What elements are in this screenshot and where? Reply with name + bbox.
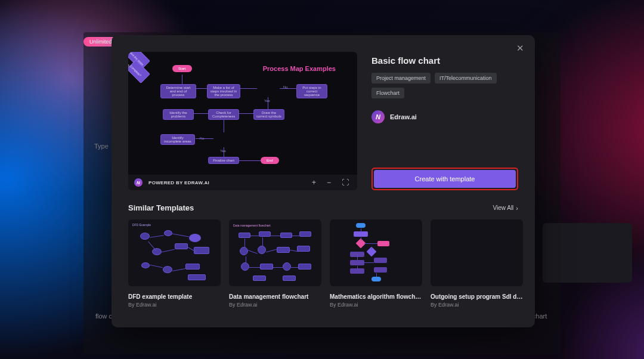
preview-canvas[interactable]: Process Map Examples Start Determine sta… bbox=[128, 52, 357, 175]
similar-card-math[interactable]: Mathematics algorithm flowchart By Edraw… bbox=[330, 219, 422, 308]
template-preview: Process Map Examples Start Determine sta… bbox=[128, 52, 357, 190]
author-row[interactable]: N Edraw.ai bbox=[371, 110, 518, 123]
similar-card-dfd[interactable]: DFD Example DFD example template bbox=[128, 219, 221, 308]
view-all-label: View All bbox=[493, 205, 513, 211]
template-modal: ✕ Process Map Examples Start Determine s… bbox=[112, 35, 535, 327]
flow-node: Determine start and end of process bbox=[160, 84, 196, 98]
tag-project-management[interactable]: Project management bbox=[371, 73, 431, 83]
card-thumb bbox=[431, 219, 523, 286]
flow-node: Draw the correct symbols bbox=[253, 109, 284, 120]
card-author: By Edraw.ai bbox=[229, 302, 321, 308]
flow-node: Identify the problems bbox=[163, 109, 194, 120]
zoom-out-icon[interactable]: − bbox=[324, 178, 333, 187]
flow-node: Finalize chart bbox=[208, 157, 239, 164]
flow-end: End bbox=[261, 157, 279, 164]
tag-it-telecom[interactable]: IT/Telecommunication bbox=[435, 73, 497, 83]
tag-row: Project management IT/Telecommunication … bbox=[371, 73, 518, 98]
card-title: Data management flowchart bbox=[229, 293, 321, 300]
card-author: By Edraw.ai bbox=[330, 302, 422, 308]
view-all-link[interactable]: View All › bbox=[493, 205, 518, 212]
card-thumb bbox=[330, 219, 422, 286]
flow-node: Identify incomplete areas bbox=[160, 134, 195, 145]
flow-label: Yes bbox=[264, 99, 270, 103]
flow-label: Yes bbox=[220, 149, 226, 153]
cta-highlight: Create with template bbox=[371, 168, 518, 190]
flow-node: Make a list of steps involved in the pro… bbox=[207, 84, 240, 98]
flow-node: Check for Completeness bbox=[208, 109, 239, 120]
close-icon[interactable]: ✕ bbox=[516, 44, 524, 52]
template-title: Basic flow chart bbox=[371, 55, 518, 66]
similar-cards-row: DFD Example DFD example template bbox=[128, 219, 518, 308]
card-title: Outgoing setup program Sdl dia... bbox=[431, 293, 523, 300]
bg-card bbox=[543, 223, 632, 283]
similar-templates-heading: Similar Templates bbox=[128, 203, 194, 212]
card-title: Mathematics algorithm flowchart bbox=[330, 293, 422, 300]
zoom-in-icon[interactable]: + bbox=[309, 178, 318, 187]
card-author: By Edraw.ai bbox=[128, 302, 221, 308]
bg-label: Type bbox=[94, 143, 109, 150]
flow-node: Put steps in correct sequence bbox=[296, 84, 327, 98]
similar-card-data-mgmt[interactable]: Data management flowchart bbox=[229, 219, 321, 308]
card-thumb: DFD Example bbox=[128, 219, 221, 286]
card-author: By Edraw.ai bbox=[431, 302, 523, 308]
chevron-right-icon: › bbox=[516, 205, 518, 212]
expand-icon[interactable]: ⛶ bbox=[339, 178, 351, 187]
tag-flowchart[interactable]: Flowchart bbox=[371, 88, 404, 98]
card-thumb: Data management flowchart bbox=[229, 219, 321, 286]
powered-by-label: POWERED BY EDRAW.AI bbox=[148, 180, 209, 185]
similar-card-outgoing[interactable]: Outgoing setup program Sdl dia... By Edr… bbox=[431, 219, 523, 308]
card-title: DFD example template bbox=[128, 293, 221, 300]
edraw-logo-icon: N bbox=[134, 178, 143, 187]
create-with-template-button[interactable]: Create with template bbox=[374, 170, 516, 188]
author-logo-icon: N bbox=[371, 110, 385, 123]
flow-start: Start bbox=[172, 65, 192, 72]
preview-heading: Process Map Examples bbox=[263, 65, 336, 72]
preview-toolbar: N POWERED BY EDRAW.AI + − ⛶ bbox=[128, 175, 357, 190]
author-name: Edraw.ai bbox=[390, 113, 417, 120]
